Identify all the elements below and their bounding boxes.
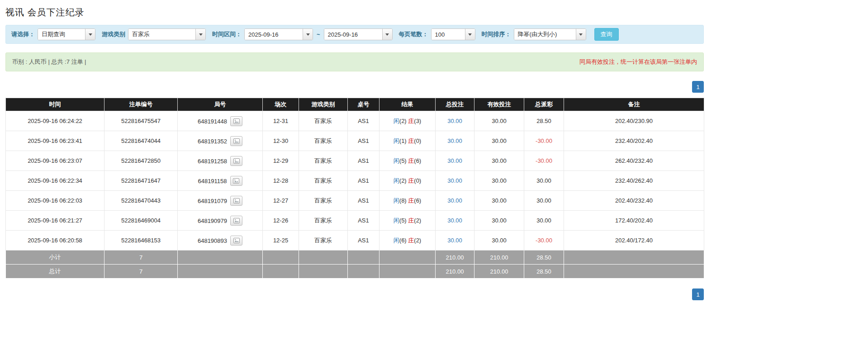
- header-result: 结果: [379, 98, 436, 111]
- player-label: 闲: [394, 237, 399, 244]
- search-button[interactable]: 查询: [594, 28, 619, 41]
- round-id-value: 648191079: [198, 197, 227, 204]
- chevron-down-icon[interactable]: [576, 29, 586, 40]
- summary-currency-count: 币别 : 人民币 | 总共 :7 注单 |: [12, 58, 86, 66]
- game-type-label: 游戏类别: [102, 30, 125, 38]
- total-bet-link[interactable]: 30.00: [447, 197, 462, 204]
- date-from-input[interactable]: [245, 29, 303, 40]
- empty-cell: [379, 251, 436, 265]
- bet-id-cell: 522816474044: [104, 131, 178, 151]
- bet-id-cell: 522816469004: [104, 211, 178, 231]
- banker-label: 庄: [408, 137, 414, 144]
- chevron-down-icon: [306, 33, 310, 36]
- valid-bet-cell: 30.00: [474, 211, 524, 231]
- total-bet-cell: 30.00: [436, 211, 474, 231]
- view-result-icon[interactable]: [230, 196, 242, 206]
- header-round-id: 局号: [178, 98, 263, 111]
- total-bet-cell: 30.00: [436, 131, 474, 151]
- filter-bar: 请选择： 游戏类别 时间区间： ~ 每页笔数： 时间排序：: [5, 25, 704, 44]
- empty-cell: [263, 265, 299, 279]
- chevron-down-icon[interactable]: [382, 29, 392, 40]
- page-1-button[interactable]: 1: [692, 81, 704, 93]
- banker-score: (3): [414, 118, 421, 124]
- empty-cell: [564, 251, 704, 265]
- sort-order-combo[interactable]: [514, 28, 586, 40]
- total-total-bet: 210.00: [436, 265, 474, 279]
- time-cell: 2025-09-16 06:22:34: [6, 171, 104, 191]
- chevron-down-icon[interactable]: [465, 29, 475, 40]
- result-cell: 闲(6) 庄(2): [379, 231, 436, 251]
- view-result-icon[interactable]: [230, 216, 242, 226]
- per-page-combo[interactable]: [431, 28, 475, 40]
- date-from-combo[interactable]: [244, 28, 313, 40]
- session-cell: 12-27: [263, 191, 299, 211]
- banker-score: (6): [414, 197, 421, 204]
- total-label: 总计: [6, 265, 104, 279]
- date-to-input[interactable]: [324, 29, 382, 40]
- header-bet-id: 注单编号: [104, 98, 178, 111]
- note-cell: 262.40/232.40: [564, 151, 704, 171]
- chevron-down-icon[interactable]: [195, 29, 205, 40]
- payout-cell: 30.00: [524, 211, 564, 231]
- subtotal-valid-bet: 210.00: [474, 251, 524, 265]
- total-bet-cell: 30.00: [436, 151, 474, 171]
- summary-notice: 同局有效投注，统一计算在该局第一张注单内: [579, 58, 697, 66]
- game-type-cell: 百家乐: [299, 151, 348, 171]
- chevron-down-icon[interactable]: [303, 29, 313, 40]
- result-cell: 闲(1) 庄(0): [379, 131, 436, 151]
- game-type-cell: 百家乐: [299, 191, 348, 211]
- time-cell: 2025-09-16 06:23:07: [6, 151, 104, 171]
- view-result-icon[interactable]: [230, 136, 242, 146]
- table-no-cell: AS1: [348, 231, 379, 251]
- query-type-label: 请选择：: [11, 30, 35, 38]
- total-bet-link[interactable]: 30.00: [447, 157, 462, 164]
- bet-id-cell: 522816472850: [104, 151, 178, 171]
- total-bet-link[interactable]: 30.00: [447, 177, 462, 184]
- view-result-icon[interactable]: [230, 236, 242, 246]
- view-result-icon[interactable]: [230, 176, 242, 186]
- valid-bet-cell: 30.00: [474, 231, 524, 251]
- empty-cell: [299, 265, 348, 279]
- per-page-input[interactable]: [432, 29, 465, 40]
- total-bet-link[interactable]: 30.00: [447, 118, 462, 124]
- note-cell: 202.40/232.40: [564, 191, 704, 211]
- total-bet-link[interactable]: 30.00: [447, 237, 462, 244]
- header-table-no: 桌号: [348, 98, 379, 111]
- chevron-down-icon[interactable]: [85, 29, 95, 40]
- game-type-cell: 百家乐: [299, 111, 348, 131]
- total-bet-link[interactable]: 30.00: [447, 217, 462, 224]
- subtotal-label: 小计: [6, 251, 104, 265]
- banker-label: 庄: [408, 157, 414, 164]
- total-bet-cell: 30.00: [436, 171, 474, 191]
- empty-cell: [564, 265, 704, 279]
- payout-cell: -30.00: [524, 231, 564, 251]
- table-no-cell: AS1: [348, 111, 379, 131]
- header-valid-bet: 有效投注: [474, 98, 524, 111]
- valid-bet-cell: 30.00: [474, 191, 524, 211]
- view-result-icon[interactable]: [230, 156, 242, 166]
- player-score: (6): [399, 237, 407, 244]
- page-1-button[interactable]: 1: [692, 288, 704, 300]
- query-type-combo[interactable]: [38, 28, 95, 40]
- round-id-cell: 648191079: [178, 191, 263, 211]
- round-id-cell: 648191258: [178, 151, 263, 171]
- subtotal-count: 7: [104, 251, 178, 265]
- sort-order-input[interactable]: [514, 29, 576, 40]
- banker-score: (2): [414, 217, 421, 224]
- game-type-input[interactable]: [128, 29, 195, 40]
- per-page-label: 每页笔数：: [399, 30, 428, 38]
- session-cell: 12-25: [263, 231, 299, 251]
- table-row: 2025-09-16 06:23:07 522816472850 6481912…: [6, 151, 704, 171]
- game-type-combo[interactable]: [128, 28, 206, 40]
- round-id-cell: 648190893: [178, 231, 263, 251]
- query-type-input[interactable]: [38, 29, 85, 40]
- result-cell: 闲(8) 庄(6): [379, 191, 436, 211]
- total-bet-link[interactable]: 30.00: [447, 137, 462, 144]
- table-row: 2025-09-16 06:23:41 522816474044 6481913…: [6, 131, 704, 151]
- date-to-combo[interactable]: [324, 28, 393, 40]
- view-result-icon[interactable]: [230, 116, 242, 126]
- picture-icon: [233, 158, 240, 164]
- result-cell: 闲(2) 庄(0): [379, 171, 436, 191]
- pagination-top: 1: [5, 81, 704, 93]
- time-cell: 2025-09-16 06:22:03: [6, 191, 104, 211]
